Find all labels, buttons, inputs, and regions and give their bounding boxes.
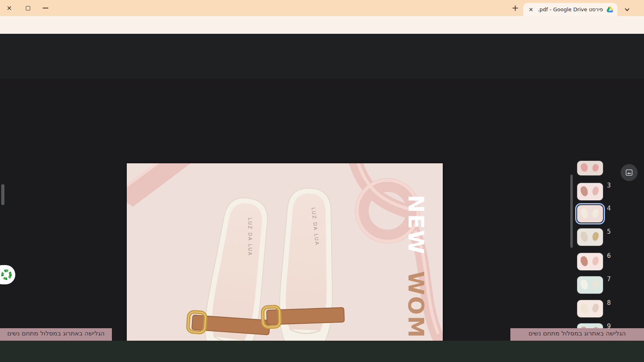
tab-close-icon[interactable]: ✕ [527,6,535,13]
status-bubble-left: הגלישה באתרוג במסלול מתחם נשים [0,328,112,341]
new-tab-button[interactable]: + [510,2,521,14]
window-restore-button[interactable] [22,2,34,14]
window-titlebar: ✕ + ✕ .pdf - Google Drive פיט פירסט [0,0,644,16]
drive-header: PDF פיט פירסט NEW IN.pdf קובץ תצוגה כלים… [0,34,644,60]
pdf-viewer-area: LUZ DA LUA LUZ DA LUA [0,79,644,341]
thumbnail-page-8[interactable] [577,300,603,318]
thumbnail-page-5[interactable] [577,228,603,246]
thumbnail-page-6[interactable] [577,253,603,271]
vertical-scrollbar[interactable] [1,184,4,205]
restore-icon [26,6,30,10]
thumbnail-grid-toggle-button[interactable] [621,164,638,181]
chevron-down-icon [625,6,629,11]
coupon-extension-icon [0,269,12,281]
pdf-toolbar: + 100% − 38 / דף [0,60,644,79]
thumbnail-number: 4 [607,205,611,212]
browser-tab[interactable]: ✕ .pdf - Google Drive פיט פירסט [523,3,617,16]
tab-search-button[interactable] [621,3,633,14]
pdf-page-4: LUZ DA LUA LUZ DA LUA [127,163,443,362]
tab-title: .pdf - Google Drive פיט פירסט [538,6,603,12]
thumbnail-number: 6 [607,252,611,259]
window-minimize-button[interactable] [39,2,52,14]
windows-taskbar: 1 00:58 13/03/2026 עבר רווחים קרובים [0,341,644,362]
screen: ✕ + ✕ .pdf - Google Drive פיט פירסט א ☆ … [0,0,644,362]
thumbnail-number: 5 [607,228,611,235]
extension-floating-button[interactable] [0,265,15,284]
status-bubble-right: הגלישה באתרוג במסלול מתחם נשים [510,328,644,341]
window-close-button[interactable]: ✕ [3,2,15,14]
brand-text: LUZ DA LUA [247,218,253,256]
thumbnail-page-2[interactable] [577,160,603,176]
google-drive-icon [607,6,613,12]
thumbnail-page-3[interactable] [577,183,603,201]
image-icon [625,169,633,177]
browser-toolbar: א ☆ drive.google.com/file/d/1TJnrwv3uhUq… [0,16,644,34]
thumbnail-number: 8 [607,299,611,306]
minimize-icon [43,8,48,8]
thumbnail-page-4-selected[interactable] [577,205,603,223]
thumbnail-page-7[interactable] [577,276,603,294]
thumbnail-number: 3 [607,182,611,189]
thumbnail-scrollbar[interactable] [570,175,573,248]
headline-new: NEW [403,195,429,255]
thumbnail-number: 7 [607,276,611,283]
